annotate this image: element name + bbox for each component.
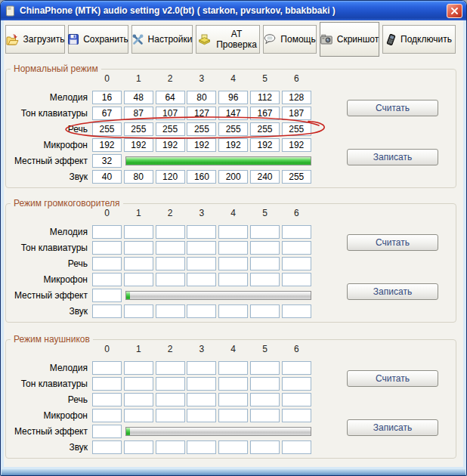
melody-cell[interactable] [124,225,153,239]
keytone-cell[interactable] [187,241,216,255]
sound-cell[interactable] [250,304,280,318]
keytone-cell[interactable] [124,241,153,255]
keytone-cell[interactable] [282,377,311,391]
speech-cell[interactable] [218,257,248,270]
sound-cell[interactable] [156,170,185,184]
keytone-cell[interactable] [250,377,280,391]
melody-cell[interactable] [156,225,185,239]
mic-cell[interactable] [92,138,122,152]
speech-cell[interactable] [124,257,153,270]
melody-cell[interactable] [250,91,280,104]
sound-cell[interactable] [187,304,216,318]
mic-cell[interactable] [156,409,185,422]
melody-cell[interactable] [250,361,280,375]
melody-cell[interactable] [282,91,311,104]
mic-cell[interactable] [187,273,216,286]
sound-cell[interactable] [124,304,153,318]
speech-cell[interactable] [187,393,216,406]
melody-cell[interactable] [124,91,153,104]
settings-button[interactable]: Настройки [131,25,193,54]
speech-cell[interactable] [187,122,216,136]
melody-cell[interactable] [92,91,122,104]
mic-cell[interactable] [187,409,216,422]
keytone-cell[interactable] [92,107,122,120]
sound-cell[interactable] [124,170,153,184]
sound-cell[interactable] [282,304,311,318]
write-button[interactable]: Записать [347,283,438,300]
mic-cell[interactable] [187,138,216,152]
keytone-cell[interactable] [282,241,311,255]
keytone-cell[interactable] [92,377,122,391]
melody-cell[interactable] [124,361,153,375]
read-button[interactable]: Считать [347,234,438,251]
keytone-cell[interactable] [156,377,185,391]
speech-cell[interactable] [156,122,185,136]
keytone-cell[interactable] [218,241,248,255]
sidetone-cell[interactable] [92,289,122,302]
sound-cell[interactable] [92,440,122,454]
melody-cell[interactable] [282,225,311,239]
keytone-cell[interactable] [187,377,216,391]
sound-cell[interactable] [92,170,122,184]
speech-cell[interactable] [92,122,122,136]
mic-cell[interactable] [218,409,248,422]
speech-cell[interactable] [92,393,122,406]
keytone-cell[interactable] [250,107,280,120]
speech-cell[interactable] [92,257,122,270]
mic-cell[interactable] [124,409,153,422]
sound-cell[interactable] [250,440,280,454]
keytone-cell[interactable] [124,107,153,120]
melody-cell[interactable] [187,361,216,375]
sound-cell[interactable] [218,304,248,318]
melody-cell[interactable] [187,225,216,239]
speech-cell[interactable] [218,393,248,406]
keytone-cell[interactable] [187,107,216,120]
melody-cell[interactable] [92,225,122,239]
speech-cell[interactable] [187,257,216,270]
speech-cell[interactable] [218,122,248,136]
mic-cell[interactable] [282,138,311,152]
sound-cell[interactable] [156,440,185,454]
keytone-cell[interactable] [92,241,122,255]
mic-cell[interactable] [124,138,153,152]
keytone-cell[interactable] [218,377,248,391]
sound-cell[interactable] [124,440,153,454]
melody-cell[interactable] [282,361,311,375]
sound-cell[interactable] [92,304,122,318]
read-button[interactable]: Считать [347,370,438,387]
speech-cell[interactable] [250,122,280,136]
keytone-cell[interactable] [282,107,311,120]
keytone-cell[interactable] [156,241,185,255]
mic-cell[interactable] [250,273,280,286]
speech-cell[interactable] [156,257,185,270]
speech-cell[interactable] [250,257,280,270]
sound-cell[interactable] [218,440,248,454]
melody-cell[interactable] [92,361,122,375]
melody-cell[interactable] [156,91,185,104]
speech-cell[interactable] [124,393,153,406]
sidetone-cell[interactable] [92,425,122,438]
sound-cell[interactable] [218,170,248,184]
sound-cell[interactable] [282,170,311,184]
save-button[interactable]: Сохранить [68,25,128,54]
melody-cell[interactable] [250,225,280,239]
melody-cell[interactable] [187,91,216,104]
mic-cell[interactable] [124,273,153,286]
sound-cell[interactable] [282,440,311,454]
speech-cell[interactable] [250,393,280,406]
mic-cell[interactable] [250,138,280,152]
sound-cell[interactable] [187,170,216,184]
melody-cell[interactable] [218,91,248,104]
speech-cell[interactable] [124,122,153,136]
keytone-cell[interactable] [250,241,280,255]
keytone-cell[interactable] [124,377,153,391]
melody-cell[interactable] [156,361,185,375]
screenshot-button[interactable]: Скриншот [320,22,379,57]
keytone-cell[interactable] [218,107,248,120]
mic-cell[interactable] [218,138,248,152]
sound-cell[interactable] [187,440,216,454]
help-button[interactable]: Помощь [263,25,317,54]
close-button[interactable] [447,4,462,18]
keytone-cell[interactable] [156,107,185,120]
mic-cell[interactable] [282,409,311,422]
